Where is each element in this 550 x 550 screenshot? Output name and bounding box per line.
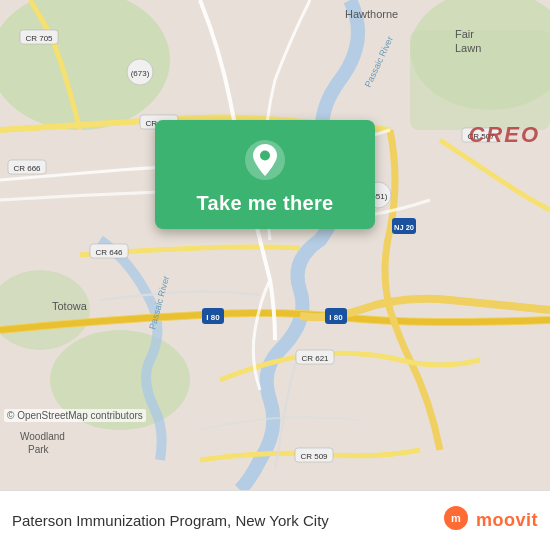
svg-text:CR 646: CR 646 (95, 248, 123, 257)
svg-text:Totowa: Totowa (52, 300, 88, 312)
svg-text:I 80: I 80 (206, 313, 220, 322)
svg-text:CR 509: CR 509 (300, 452, 328, 461)
moovit-logo: m moovit (440, 505, 538, 537)
moovit-icon: m (440, 505, 472, 537)
info-bar: Paterson Immunization Program, New York … (0, 490, 550, 550)
svg-text:CR 666: CR 666 (13, 164, 41, 173)
svg-text:NJ 20: NJ 20 (394, 223, 414, 232)
svg-point-39 (260, 151, 270, 161)
take-me-there-button[interactable]: Take me there (197, 192, 334, 215)
place-name: Paterson Immunization Program, New York … (12, 512, 329, 529)
moovit-text: moovit (476, 510, 538, 531)
svg-text:m: m (451, 512, 461, 524)
map-copyright: © OpenStreetMap contributors (4, 409, 146, 422)
svg-text:Park: Park (28, 444, 50, 455)
creo-watermark: CREO (468, 122, 540, 148)
svg-text:I 80: I 80 (329, 313, 343, 322)
svg-text:(673): (673) (131, 69, 150, 78)
location-pin-icon (243, 138, 287, 182)
svg-text:CR 705: CR 705 (25, 34, 53, 43)
svg-text:Lawn: Lawn (455, 42, 481, 54)
map-container: I 80 I 80 NJ 20 CR 673 CR 705 CR 666 CR … (0, 0, 550, 490)
svg-text:Hawthorne: Hawthorne (345, 8, 398, 20)
svg-text:CR 621: CR 621 (301, 354, 329, 363)
action-card: Take me there (155, 120, 375, 229)
svg-text:Woodland: Woodland (20, 431, 65, 442)
svg-text:Fair: Fair (455, 28, 474, 40)
